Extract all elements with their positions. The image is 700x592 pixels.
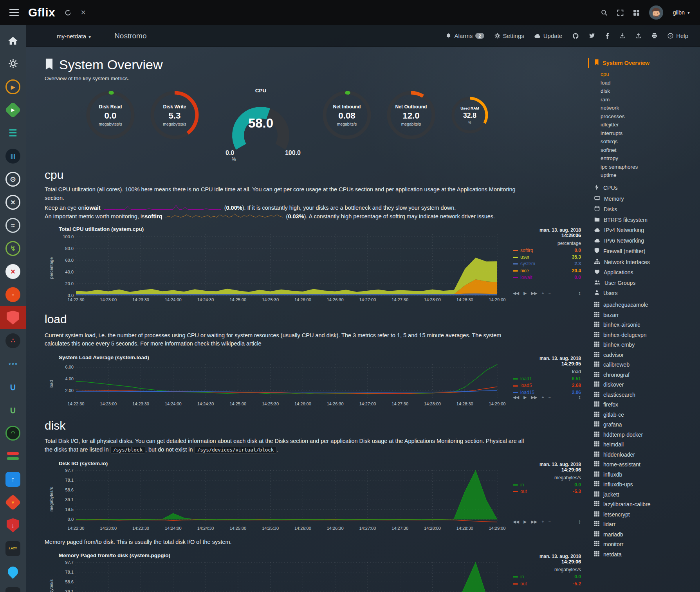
settings-button[interactable]: Settings [494,32,524,39]
legend-item-in[interactable]: in0.0 [513,482,581,488]
chart-system-cpu[interactable]: Total CPU utilization (system.cpu) perce… [45,226,588,303]
legend-item-load5[interactable]: load52.68 [513,382,581,389]
menu-item-network-interfaces[interactable]: Network Interfaces [594,259,700,265]
menu-item-disks[interactable]: Disks [594,206,700,212]
menu-item-netdata[interactable]: netdata [594,551,700,558]
menu-item-home-assistant[interactable]: home-assistant [594,461,700,468]
chart-resize-handle[interactable]: ↕ [578,394,581,400]
red-shield-download-icon[interactable]: ↓ [0,514,26,537]
menu-subitem-entropy[interactable]: entropy [601,155,700,161]
menu-subitem-idlejitter[interactable]: idlejitter [601,122,700,128]
menu-item-ipv4-networking[interactable]: IPv4 Networking [594,227,700,233]
legend-item-out[interactable]: out-5.2 [513,581,581,587]
chart-toolbar[interactable]: ◀◀▶▶▶+− [513,291,551,295]
menu-item-system-overview[interactable]: System Overview [588,58,700,68]
menu-item-binhex-delugevpn[interactable]: binhex-delugevpn [594,332,700,338]
blue-u-icon[interactable]: ∪ [0,375,26,398]
menu-item-memory[interactable]: Memory [594,196,700,202]
menu-item-users[interactable]: Users [594,290,700,296]
red-shield-icon[interactable] [0,306,26,329]
chart-toolbar[interactable]: ◀◀▶▶▶+− [513,519,551,524]
user-menu[interactable]: gilbn ▼ [673,9,691,16]
menu-subitem-network[interactable]: network [601,105,700,111]
chart-resize-handle[interactable]: ↕ [578,518,581,525]
legend-item-system[interactable]: system2.3 [513,261,581,267]
menu-item-cpus[interactable]: CPUs [594,184,700,191]
menu-item-chronograf[interactable]: chronograf [594,372,700,378]
chart-plot[interactable]: 14:22:3014:23:0014:23:3014:24:0014:24:30… [58,361,508,407]
gauge-used-ram[interactable]: Used RAM32.8% [450,95,489,135]
legend-item-nice[interactable]: nice20.4 [513,268,581,274]
alarms-button[interactable]: Alarms 2 [446,32,484,39]
lazylibrarian-icon[interactable]: LAZY [0,537,26,560]
menu-item-binhex-emby[interactable]: binhex-emby [594,342,700,348]
menu-item-letsencrypt[interactable]: letsencrypt [594,511,700,518]
menu-subitem-softnet[interactable]: softnet [601,147,700,153]
gauge-disk-write[interactable]: Disk Write5.3megabytes/s [150,90,200,140]
swirl-circle-icon[interactable]: ≈ [0,214,26,237]
legend-item-load1[interactable]: load16.51 [513,376,581,382]
menu-item-lidarr[interactable]: lidarr [594,521,700,527]
legend-item-iowait[interactable]: iowait0.0 [513,274,581,281]
menu-item-lazylibrarian-calibre[interactable]: lazylibrarian-calibre [594,501,700,507]
gauge-net-inbound[interactable]: Net Inbound0.08megabits/s [322,90,372,140]
pill-bars-icon[interactable] [0,444,26,468]
search-icon[interactable] [601,9,608,16]
menu-item-influxdb-ups[interactable]: influxdb-ups [594,481,700,488]
menu-item-influxdb[interactable]: influxdb [594,471,700,478]
menu-item-bazarr[interactable]: bazarr [594,312,700,318]
sabnzbd-icon[interactable]: sab [0,583,26,592]
chart-plot[interactable]: 14:22:3014:23:0014:23:3014:24:0014:24:30… [58,467,508,532]
menu-item-mariadb[interactable]: mariadb [594,531,700,538]
green-bolt-icon[interactable]: ↯ [0,237,26,260]
gauge-disk-read[interactable]: Disk Read0.0megabytes/s [85,90,135,140]
refresh-icon[interactable] [65,9,71,16]
apps-grid-icon[interactable] [633,9,640,16]
nextcloud-icon[interactable]: ∘∘∘ [0,352,26,375]
menu-item-hiddenloader[interactable]: hiddenloader [594,452,700,458]
legend-item-out[interactable]: out-5.3 [513,488,581,495]
close-frame-icon[interactable]: × [81,8,86,17]
menu-item-heimdall[interactable]: heimdall [594,441,700,448]
gitlab-fox-icon[interactable]: ▾ [0,491,26,514]
chart-system-io[interactable]: Disk I/O (system.io) megabytes/s 14:22:3… [45,461,588,532]
legend-item-softirq[interactable]: softirq0.0 [513,247,581,254]
menu-subitem-uptime[interactable]: uptime [601,172,700,178]
menu-item-grafana[interactable]: grafana [594,421,700,428]
chart-resize-handle[interactable]: ↕ [578,290,581,296]
fullscreen-icon[interactable] [617,9,624,16]
search-badge-icon[interactable]: ⊙ [0,167,26,191]
red-cluster-icon[interactable]: ∴ [0,329,26,352]
gauge-net-outbound[interactable]: Net Outbound12.0megabits/s [386,90,436,140]
menu-subitem-ram[interactable]: ram [601,97,700,103]
menu-item-applications[interactable]: Applications [594,269,700,275]
menu-item-elasticsearch[interactable]: elasticsearch [594,392,700,398]
menu-subitem-softirqs[interactable]: softirqs [601,139,700,144]
menu-item-user-groups[interactable]: User Groups [594,280,700,286]
legend-item-user[interactable]: user35.3 [513,254,581,261]
menu-subitem-interrupts[interactable]: interrupts [601,130,700,136]
menu-item-monitorr[interactable]: monitorr [594,541,700,547]
red-cross-badge-icon[interactable]: × [0,260,26,283]
menu-subitem-cpu[interactable]: cpu [601,71,700,77]
gauge-cpu[interactable]: CPU58.00.0100.0% [214,88,308,161]
server-dropdown[interactable]: my-netdata ▼ [57,33,92,40]
chart-system-pgpgio[interactable]: Memory Paged from/to disk (system.pgpgio… [45,552,588,592]
update-button[interactable]: Update [534,32,562,39]
chart-toolbar[interactable]: ◀◀▶▶▶+− [513,395,551,399]
avatar[interactable] [649,5,663,20]
menu-subitem-disk[interactable]: disk [601,88,700,94]
menu-item-ipv6-networking[interactable]: IPv6 Networking [594,238,700,244]
menu-subitem-load[interactable]: load [601,80,700,86]
green-diamond-play-icon[interactable]: ▸ [0,98,26,121]
menu-item-btrfs-filesystem[interactable]: BTRFS filesystem [594,217,700,223]
github-link[interactable] [572,33,579,39]
menu-item-firefox[interactable]: firefox [594,401,700,408]
menu-item-binhex-airsonic[interactable]: binhex-airsonic [594,322,700,328]
menu-item-diskover[interactable]: diskover [594,381,700,388]
settings-icon[interactable] [0,52,26,75]
menu-item-firewall-netfilter-[interactable]: Firewall (netfilter) [594,248,700,255]
menu-item-calibreweb[interactable]: calibreweb [594,362,700,368]
menu-item-apacheguacamole[interactable]: apacheguacamole [594,302,700,308]
menu-item-gitlab-ce[interactable]: gitlab-ce [594,412,700,418]
